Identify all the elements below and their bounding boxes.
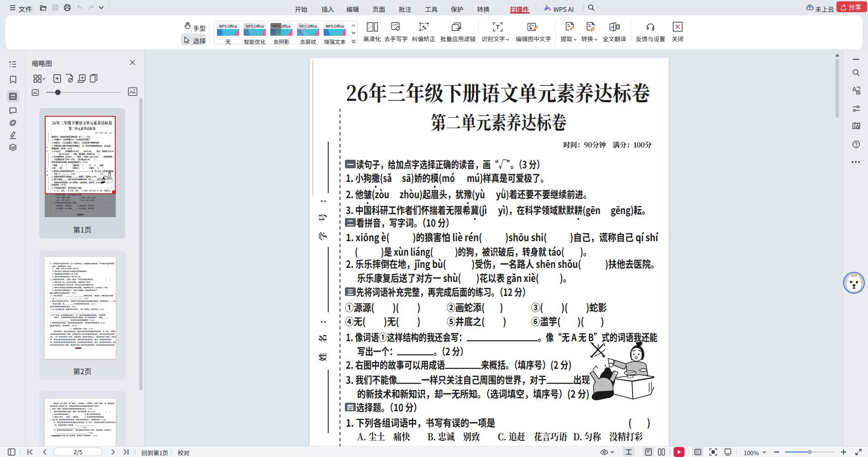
svg-text:文: 文 [617, 24, 620, 29]
svg-text:A: A [611, 25, 614, 29]
